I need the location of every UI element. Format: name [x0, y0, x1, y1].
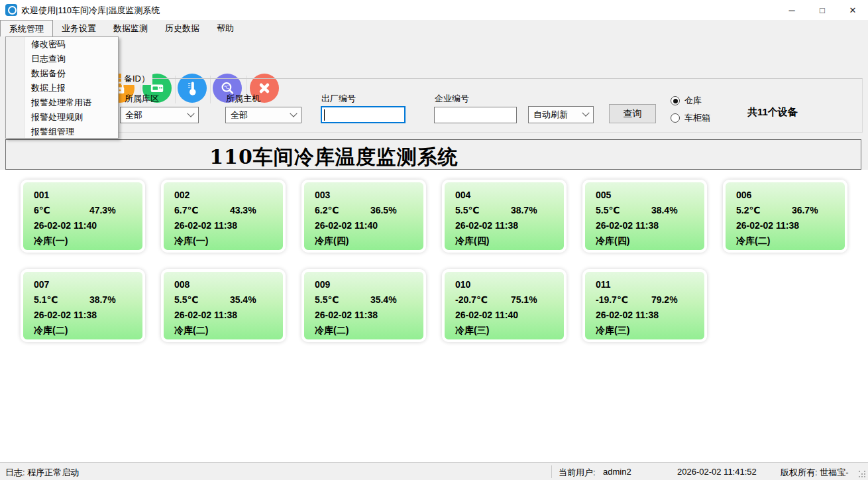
menu-bar: 系统管理 业务设置 数据监测 历史数据 帮助 — [0, 20, 868, 36]
device-humidity: 35.4% — [230, 294, 256, 305]
device-humidity: 38.4% — [651, 205, 678, 215]
radio-unchecked-icon — [671, 113, 680, 123]
device-temperature: -20.7℃ — [455, 292, 508, 308]
menu-item-alarm-rules[interactable]: 报警处理规则 — [6, 110, 118, 125]
device-temperature: 5.2℃ — [736, 203, 789, 218]
device-humidity: 38.7% — [511, 205, 537, 215]
radio-vehicle-label: 车柜箱 — [684, 112, 710, 124]
warehouse-area-label: 所属库区 — [125, 93, 159, 105]
radio-checked-icon — [671, 96, 680, 105]
radio-warehouse[interactable]: 仓库 — [671, 95, 702, 107]
system-menu-dropdown: 修改密码 日志查询 数据备份 数据上报 报警处理常用语 报警处理规则 报警组管理 — [5, 36, 119, 139]
factory-no-input[interactable] — [321, 106, 406, 123]
menu-item-change-password[interactable]: 修改密码 — [6, 37, 118, 52]
device-temperature: 6℃ — [34, 203, 87, 218]
current-user-label: 当前用户: — [559, 467, 596, 479]
device-id: 002 — [174, 188, 283, 203]
device-card[interactable]: 001 6℃ 47.3% 26-02-02 11:40 冷库(一) — [21, 180, 145, 253]
device-temperature: 5.1℃ — [34, 292, 87, 308]
device-card[interactable]: 009 5.5℃ 35.4% 26-02-02 11:38 冷库(二) — [301, 269, 426, 342]
current-user: admin2 — [603, 467, 631, 477]
menu-item-data-report[interactable]: 数据上报 — [6, 81, 118, 95]
close-button[interactable]: ✕ — [838, 0, 868, 20]
device-id: 007 — [34, 277, 142, 292]
host-value: 全部 — [231, 109, 248, 121]
menu-history-data[interactable]: 历史数据 — [156, 20, 208, 36]
menu-help[interactable]: 帮助 — [208, 20, 243, 36]
host-select[interactable]: 全部 — [225, 107, 301, 123]
device-timestamp: 26-02-02 11:38 — [174, 218, 283, 233]
company-no-label: 企业编号 — [435, 93, 469, 105]
radio-vehicle-cabinet[interactable]: 车柜箱 — [671, 112, 710, 124]
device-card[interactable]: 010 -20.7℃ 75.1% 26-02-02 11:40 冷库(三) — [442, 269, 567, 342]
status-datetime: 2026-02-02 11:41:52 — [677, 467, 757, 477]
device-humidity: 35.4% — [370, 294, 397, 305]
refresh-mode-select[interactable]: 自动刷新 — [528, 106, 594, 123]
text-caret — [324, 109, 325, 121]
menu-system-management[interactable]: 系统管理 — [0, 20, 53, 36]
device-timestamp: 26-02-02 11:38 — [455, 218, 564, 233]
device-id: 001 — [34, 188, 142, 203]
status-copyright: 版权所有: 世福宝-V3.0.0.0 — [781, 467, 868, 480]
device-location: 冷库(四) — [315, 233, 423, 249]
device-temperature: -19.7℃ — [596, 292, 649, 308]
menu-data-monitoring[interactable]: 数据监测 — [105, 20, 156, 36]
maximize-button[interactable]: □ — [807, 0, 838, 20]
menu-business-settings[interactable]: 业务设置 — [53, 20, 105, 36]
chevron-down-icon — [582, 109, 589, 117]
host-label: 所属主机 — [226, 93, 260, 105]
warehouse-area-select[interactable]: 全部 — [120, 107, 199, 123]
device-location: 冷库(三) — [455, 323, 564, 338]
device-id: 009 — [315, 277, 423, 292]
device-humidity: 47.3% — [89, 205, 116, 215]
device-card[interactable]: 003 6.2℃ 36.5% 26-02-02 11:40 冷库(四) — [301, 180, 426, 253]
device-timestamp: 26-02-02 11:40 — [455, 308, 564, 323]
device-temperature: 5.5℃ — [174, 292, 227, 308]
status-bar: 日志: 程序正常启动 当前用户: admin2 2026-02-02 11:41… — [0, 462, 868, 480]
resize-grip[interactable] — [859, 471, 865, 477]
device-timestamp: 26-02-02 11:40 — [315, 218, 423, 233]
device-humidity: 36.7% — [792, 205, 818, 215]
menu-item-log-query[interactable]: 日志查询 — [6, 52, 118, 66]
device-location: 冷库(二) — [736, 233, 845, 249]
device-card[interactable]: 011 -19.7℃ 79.2% 26-02-02 11:38 冷库(三) — [582, 269, 707, 342]
minimize-button[interactable]: ─ — [777, 0, 807, 20]
device-location: 冷库(二) — [315, 323, 423, 338]
device-card[interactable]: 005 5.5℃ 38.4% 26-02-02 11:38 冷库(四) — [582, 180, 707, 253]
device-count: 共11个设备 — [747, 106, 798, 119]
device-card[interactable]: 008 5.5℃ 35.4% 26-02-02 11:38 冷库(二) — [161, 269, 286, 342]
device-card[interactable]: 007 5.1℃ 38.7% 26-02-02 11:38 冷库(二) — [21, 269, 145, 342]
device-timestamp: 26-02-02 11:38 — [174, 308, 283, 323]
device-id: 005 — [596, 188, 704, 203]
device-timestamp: 26-02-02 11:38 — [315, 308, 423, 323]
device-temperature: 5.5℃ — [315, 292, 368, 308]
company-no-input[interactable] — [434, 107, 517, 123]
device-id: 004 — [455, 188, 564, 203]
device-location: 冷库(二) — [34, 323, 142, 338]
menu-item-alarm-phrases[interactable]: 报警处理常用语 — [6, 95, 118, 110]
device-temperature: 5.5℃ — [596, 203, 649, 218]
device-id: 003 — [315, 188, 423, 203]
refresh-mode-value: 自动刷新 — [533, 109, 568, 121]
query-button[interactable]: 查询 — [609, 104, 656, 123]
device-humidity: 36.5% — [370, 205, 397, 215]
menu-item-data-backup[interactable]: 数据备份 — [6, 66, 118, 81]
menu-item-alarm-groups[interactable]: 报警组管理 — [6, 125, 118, 139]
device-id: 006 — [736, 188, 845, 203]
toolbar: ℃ — [0, 36, 868, 70]
factory-no-label: 出厂编号 — [321, 93, 356, 105]
device-card[interactable]: 002 6.7℃ 43.3% 26-02-02 11:38 冷库(一) — [161, 180, 286, 253]
device-card[interactable]: 006 5.2℃ 36.7% 26-02-02 11:38 冷库(二) — [723, 180, 847, 253]
device-location: 冷库(三) — [596, 323, 704, 338]
device-temperature: 5.5℃ — [455, 203, 508, 218]
device-humidity: 43.3% — [230, 205, 256, 215]
device-timestamp: 26-02-02 11:38 — [596, 218, 704, 233]
device-location: 冷库(四) — [596, 233, 704, 249]
device-timestamp: 26-02-02 11:40 — [34, 218, 142, 233]
app-icon — [5, 4, 17, 16]
device-timestamp: 26-02-02 11:38 — [596, 308, 704, 323]
device-timestamp: 26-02-02 11:38 — [736, 218, 845, 233]
query-groupbox-label: 备ID） — [121, 73, 152, 85]
warehouse-area-value: 全部 — [125, 109, 142, 121]
device-card[interactable]: 004 5.5℃ 38.7% 26-02-02 11:38 冷库(四) — [442, 180, 567, 253]
